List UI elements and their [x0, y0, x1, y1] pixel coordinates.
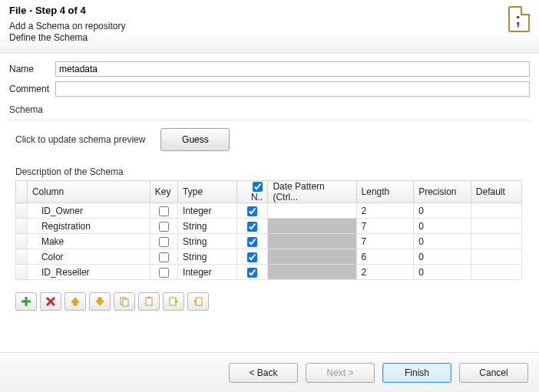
cell-date-pattern[interactable]	[268, 234, 356, 249]
precision-header[interactable]: Precision	[414, 181, 471, 203]
cell-precision[interactable]: 0	[414, 265, 471, 280]
arrow-down-icon	[94, 296, 105, 307]
column-header[interactable]: Column	[27, 181, 150, 203]
key-checkbox[interactable]	[159, 206, 169, 216]
schema-toolbar	[15, 292, 530, 311]
row-handle[interactable]	[16, 234, 28, 249]
cell-nullable[interactable]	[236, 219, 268, 234]
row-handle[interactable]	[16, 219, 28, 234]
cell-column[interactable]: Make	[27, 234, 150, 249]
name-input[interactable]	[55, 61, 530, 77]
cell-column[interactable]: Registration	[27, 219, 150, 234]
cell-default[interactable]	[471, 234, 521, 249]
cell-length[interactable]: 6	[356, 249, 414, 265]
cell-date-pattern[interactable]	[268, 265, 356, 280]
finish-button[interactable]: Finish	[382, 363, 451, 383]
cell-column[interactable]: Color	[27, 249, 150, 265]
comment-input[interactable]	[55, 81, 530, 97]
export-icon	[193, 296, 203, 307]
nullable-header-checkbox[interactable]	[253, 182, 263, 192]
table-row[interactable]: MakeString70	[16, 234, 522, 249]
svg-rect-10	[170, 298, 176, 305]
wizard-subtitle: Add a Schema on repository Define the Sc…	[9, 21, 530, 44]
svg-rect-8	[146, 298, 152, 305]
cell-default[interactable]	[471, 265, 521, 280]
svg-rect-9	[147, 297, 150, 298]
guess-button[interactable]: Guess	[160, 128, 230, 151]
cell-precision[interactable]: 0	[414, 203, 471, 219]
wizard-subtitle-line1: Add a Schema on repository	[9, 21, 530, 32]
cell-key[interactable]	[150, 249, 177, 265]
back-button[interactable]: < Back	[229, 363, 298, 383]
schema-group-label: Schema	[9, 104, 530, 120]
cell-key[interactable]	[150, 234, 177, 249]
cell-default[interactable]	[471, 249, 521, 265]
cell-type[interactable]: Integer	[178, 265, 237, 280]
cell-column[interactable]: ID_Owner	[27, 203, 150, 219]
remove-button[interactable]	[40, 292, 61, 311]
move-up-button[interactable]	[64, 292, 86, 311]
default-header[interactable]: Default	[471, 181, 521, 203]
key-header[interactable]: Key	[150, 181, 177, 203]
table-row[interactable]: ColorString60	[16, 249, 522, 265]
cell-type[interactable]: String	[178, 249, 237, 265]
svg-marker-5	[96, 298, 104, 305]
cell-key[interactable]	[150, 203, 177, 219]
svg-rect-12	[196, 298, 202, 305]
cell-default[interactable]	[471, 219, 521, 234]
cell-key[interactable]	[150, 265, 177, 280]
import-button[interactable]	[163, 292, 184, 311]
paste-button[interactable]	[138, 292, 160, 311]
row-handle[interactable]	[16, 249, 28, 265]
cell-length[interactable]: 7	[356, 234, 414, 249]
key-checkbox[interactable]	[159, 222, 169, 232]
type-header[interactable]: Type	[178, 181, 237, 203]
description-label: Description of the Schema	[15, 166, 530, 177]
key-checkbox[interactable]	[159, 252, 169, 262]
cell-nullable[interactable]	[236, 203, 268, 219]
cell-key[interactable]	[150, 219, 177, 234]
cell-nullable[interactable]	[236, 249, 268, 265]
schema-table: Column Key Type N.. Date Pattern (Ctrl..…	[15, 180, 522, 280]
cell-precision[interactable]: 0	[414, 249, 471, 265]
nullable-checkbox[interactable]	[247, 206, 257, 216]
cancel-button[interactable]: Cancel	[459, 363, 528, 383]
key-checkbox[interactable]	[159, 268, 169, 278]
cell-precision[interactable]: 0	[414, 234, 471, 249]
export-button[interactable]	[187, 292, 209, 311]
cell-date-pattern[interactable]	[268, 203, 356, 219]
cell-type[interactable]: Integer	[178, 203, 237, 219]
copy-button[interactable]	[114, 292, 135, 311]
cell-nullable[interactable]	[236, 265, 268, 280]
wizard-footer: < Back Next > Finish Cancel	[0, 352, 539, 392]
comment-label: Comment	[9, 84, 55, 94]
add-button[interactable]	[15, 292, 37, 311]
table-row[interactable]: RegistrationString70	[16, 219, 522, 234]
table-row[interactable]: ID_ResellerInteger20	[16, 265, 522, 280]
row-handle[interactable]	[16, 265, 28, 280]
nullable-checkbox[interactable]	[247, 268, 257, 278]
date-pattern-header[interactable]: Date Pattern (Ctrl...	[268, 181, 356, 203]
row-handle[interactable]	[16, 203, 28, 219]
cell-nullable[interactable]	[236, 234, 268, 249]
cell-type[interactable]: String	[178, 234, 237, 249]
cell-type[interactable]: String	[178, 219, 237, 234]
cell-column[interactable]: ID_Reseller	[27, 265, 150, 280]
nullable-checkbox[interactable]	[247, 237, 257, 247]
move-down-button[interactable]	[89, 292, 111, 311]
cell-date-pattern[interactable]	[268, 249, 356, 265]
length-header[interactable]: Length	[356, 181, 414, 203]
nullable-header[interactable]: N..	[236, 181, 268, 203]
cell-length[interactable]: 2	[356, 265, 414, 280]
cell-date-pattern[interactable]	[268, 219, 356, 234]
nullable-checkbox[interactable]	[247, 222, 257, 232]
key-checkbox[interactable]	[159, 237, 169, 247]
cell-precision[interactable]: 0	[414, 219, 471, 234]
nullable-checkbox[interactable]	[247, 252, 257, 262]
cell-length[interactable]: 2	[356, 203, 414, 219]
schema-table-header: Column Key Type N.. Date Pattern (Ctrl..…	[16, 181, 522, 203]
cell-length[interactable]: 7	[356, 219, 414, 234]
cell-default[interactable]	[471, 203, 521, 219]
paste-icon	[144, 296, 154, 307]
table-row[interactable]: ID_OwnerInteger20	[16, 203, 522, 219]
